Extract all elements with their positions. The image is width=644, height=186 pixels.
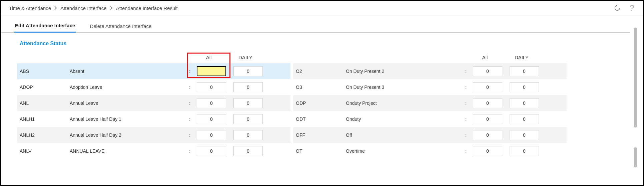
status-row: O3On Duty Present 3: — [293, 79, 567, 95]
status-row: OTOvertime: — [293, 143, 567, 159]
status-row: ODTOnduty: — [293, 111, 567, 127]
status-code: OT — [296, 148, 346, 154]
all-input[interactable] — [473, 114, 502, 124]
status-row: OFFOff: — [293, 127, 567, 143]
status-code: ODP — [296, 100, 346, 106]
status-row: O2On Duty Present 2: — [293, 63, 567, 79]
status-description: On Duty Present 3 — [346, 85, 463, 90]
all-input[interactable] — [473, 82, 502, 92]
colon-separator: : — [186, 132, 193, 138]
status-code: ANLH2 — [20, 132, 70, 138]
status-row: ODPOnduty Project: — [293, 95, 567, 111]
status-row: ANLAnnual Leave: — [17, 95, 290, 111]
top-actions: ? — [613, 4, 636, 12]
topbar: Time & Attendance Attendance Interface A… — [1, 1, 643, 16]
daily-input[interactable] — [510, 146, 539, 156]
all-input[interactable] — [473, 98, 502, 108]
daily-input[interactable] — [510, 130, 539, 140]
colon-separator: : — [186, 116, 193, 122]
status-code: ODT — [296, 116, 346, 122]
status-code: O2 — [296, 69, 346, 74]
status-description: Annual Leave Half Day 2 — [70, 132, 186, 138]
header-daily-right: DAILY — [503, 55, 540, 60]
status-description: Annual Leave Half Day 1 — [70, 116, 186, 122]
breadcrumb-item-2[interactable]: Attendance Interface — [60, 5, 106, 11]
section-heading-attendance-status: Attendance Status — [17, 33, 630, 51]
all-input[interactable] — [197, 82, 226, 92]
all-input[interactable] — [197, 130, 226, 140]
daily-input[interactable] — [233, 66, 263, 76]
breadcrumb-item-3[interactable]: Attendance Interface Result — [116, 5, 178, 11]
status-col-left: All DAILY ABSAbsent:ADOPAdoption Leave:A… — [17, 51, 290, 159]
status-row: ANLH1Annual Leave Half Day 1: — [17, 111, 290, 127]
daily-input[interactable] — [233, 114, 263, 124]
col-headers-right: All DAILY — [293, 51, 567, 63]
app-window: Time & Attendance Attendance Interface A… — [0, 0, 644, 186]
header-daily-left: DAILY — [227, 55, 264, 60]
col-headers-left: All DAILY — [17, 51, 290, 63]
status-row: ANLH2Annual Leave Half Day 2: — [17, 127, 290, 143]
breadcrumb: Time & Attendance Attendance Interface A… — [9, 5, 178, 11]
all-input[interactable] — [473, 66, 502, 76]
colon-separator: : — [463, 85, 469, 90]
all-input[interactable] — [197, 66, 226, 76]
colon-separator: : — [186, 100, 193, 106]
status-col-right: All DAILY O2On Duty Present 2:O3On Duty … — [293, 51, 567, 159]
status-row: ADOPAdoption Leave: — [17, 79, 290, 95]
daily-input[interactable] — [510, 66, 539, 76]
daily-input[interactable] — [233, 130, 263, 140]
colon-separator: : — [463, 69, 469, 74]
colon-separator: : — [186, 85, 193, 90]
status-description: Annual Leave — [70, 100, 186, 106]
colon-separator: : — [463, 132, 469, 138]
status-description: Off — [346, 132, 463, 138]
status-description: ANNUAL LEAVE — [70, 148, 186, 154]
help-icon[interactable]: ? — [628, 4, 636, 12]
chevron-right-icon — [54, 5, 57, 11]
all-input[interactable] — [473, 146, 502, 156]
status-code: O3 — [296, 85, 346, 90]
scrollbar-thumb-bottom[interactable] — [634, 147, 637, 167]
tab-edit-attendance-interface[interactable]: Edit Attendance Interface — [14, 23, 76, 33]
all-input[interactable] — [473, 130, 502, 140]
refresh-icon[interactable] — [613, 4, 622, 12]
colon-separator: : — [463, 100, 469, 106]
status-description: Adoption Leave — [70, 85, 186, 90]
status-row: ANLVANNUAL LEAVE: — [17, 143, 290, 159]
daily-input[interactable] — [233, 98, 263, 108]
daily-input[interactable] — [510, 114, 539, 124]
status-code: ABS — [20, 69, 70, 74]
tabs: Edit Attendance Interface Delete Attenda… — [1, 16, 630, 33]
chevron-right-icon — [110, 5, 113, 11]
status-code: ANLV — [20, 148, 70, 154]
all-input[interactable] — [197, 114, 226, 124]
status-row: ABSAbsent: — [17, 63, 290, 79]
status-code: ADOP — [20, 85, 70, 90]
header-all-left: All — [190, 55, 227, 60]
status-code: ANLH1 — [20, 116, 70, 122]
daily-input[interactable] — [233, 146, 263, 156]
breadcrumb-item-1[interactable]: Time & Attendance — [9, 5, 51, 11]
colon-separator: : — [463, 148, 469, 154]
content: Attendance Status All DAILY ABSAbsent:AD… — [1, 33, 643, 159]
colon-separator: : — [186, 148, 193, 154]
colon-separator: : — [463, 116, 469, 122]
status-code: OFF — [296, 132, 346, 138]
colon-separator: : — [186, 69, 193, 74]
daily-input[interactable] — [233, 82, 263, 92]
vertical-scrollbar[interactable] — [634, 28, 637, 167]
status-description: On Duty Present 2 — [346, 69, 463, 74]
status-code: ANL — [20, 100, 70, 106]
status-description: Onduty — [346, 116, 463, 122]
daily-input[interactable] — [510, 82, 539, 92]
status-description: Onduty Project — [346, 100, 463, 106]
scrollbar-thumb-top[interactable] — [634, 28, 637, 127]
daily-input[interactable] — [510, 98, 539, 108]
status-description: Overtime — [346, 148, 463, 154]
status-description: Absent — [70, 69, 186, 74]
header-all-right: All — [467, 55, 503, 60]
all-input[interactable] — [197, 146, 226, 156]
tab-delete-attendance-interface[interactable]: Delete Attendance Interface — [89, 23, 152, 32]
status-columns: All DAILY ABSAbsent:ADOPAdoption Leave:A… — [17, 51, 630, 159]
all-input[interactable] — [197, 98, 226, 108]
